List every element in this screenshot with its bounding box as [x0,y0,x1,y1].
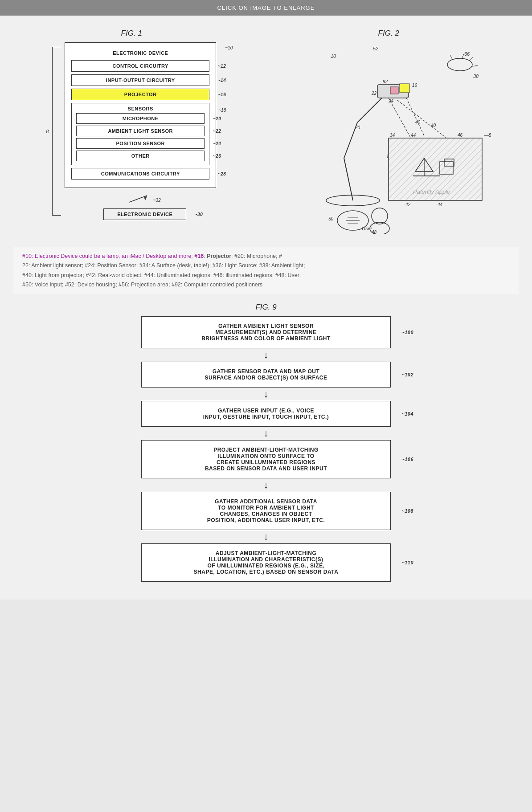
svg-text:42: 42 [405,202,411,207]
fig9-title: FIG. 9 [255,303,276,312]
figures-row: FIG. 1 8 ~10 ELECTRONIC DEVICE CONTROL C… [13,29,519,234]
flow-ref-102: ~102 [401,372,413,377]
input-output-box: INPUT-OUTPUT CIRCUITRY ~14 [71,74,209,86]
flow-box-104: GATHER USER INPUT (E.G., VOICEINPUT, GES… [141,401,391,427]
svg-line-9 [472,65,478,66]
flow-ref-100: ~100 [401,330,413,335]
control-circuitry-box: CONTROL CIRCUITRY ~12 [71,60,209,72]
svg-line-23 [389,98,411,138]
svg-text:38: 38 [473,73,479,79]
svg-text:User: User [362,226,373,231]
svg-text:44: 44 [438,202,443,207]
caption-text: #10: Electronic Device could be a lamp, … [22,253,305,288]
ref-20: ~20 [213,116,221,121]
svg-text:52: 52 [373,46,378,51]
svg-line-25 [397,100,446,138]
svg-line-12 [344,158,353,200]
ref-26: ~26 [213,154,221,159]
ref-14: ~14 [218,78,226,83]
ref-24: ~24 [213,141,221,146]
fig2-title: FIG. 2 [378,29,399,38]
flow-ref-108: ~108 [401,508,413,514]
svg-text:34: 34 [390,133,395,138]
flow-arrow-4: ↓ [264,480,269,490]
flow-ref-104: ~104 [401,411,413,416]
svg-point-48 [372,208,388,224]
fig1-bracket [52,47,61,216]
ref-12: ~12 [218,64,226,69]
svg-text:92: 92 [383,79,388,84]
flow-ref-106: ~106 [401,457,413,462]
fig1-bottom: ~32 ELECTRONIC DEVICE ~30 [74,193,216,220]
sensors-label: SENSORS [76,106,205,111]
fig1-container: FIG. 1 8 ~10 ELECTRONIC DEVICE CONTROL C… [13,29,250,234]
fig9-container: FIG. 9 GATHER AMBIENT LIGHT SENSORMEASUR… [13,303,519,582]
svg-text:46: 46 [458,133,463,138]
projector-box: PROJECTOR ~16 [71,89,209,100]
header-label: CLICK ON IMAGE TO ENLARGE [217,4,315,11]
flowchart: GATHER AMBIENT LIGHT SENSORMEASUREMENT(S… [141,316,391,582]
fig1-diagram: ~10 ELECTRONIC DEVICE CONTROL CIRCUITRY … [65,42,216,188]
arrow-svg [129,193,151,207]
svg-line-14 [357,96,384,122]
caption-ref16-bold: #16 [194,253,204,259]
caption-ref10: #10: Electronic Device could be a lamp, … [22,253,194,259]
caption-line2: 22: Ambient light sensor; #24: Position … [22,262,305,269]
electronic-device-label: ELECTRONIC DEVICE [71,48,209,58]
flow-arrow-5: ↓ [264,532,269,542]
svg-text:40: 40 [415,120,421,125]
svg-rect-17 [390,87,398,94]
flow-box-102: GATHER SENSOR DATA AND MAP OUTSURFACE AN… [141,362,391,388]
ref-30: ~30 [195,212,203,217]
fig1-arrow-area: ~32 [129,193,161,207]
svg-line-8 [469,57,473,61]
flow-ref-110: ~110 [401,560,413,565]
header-bar: CLICK ON IMAGE TO ENLARGE [0,0,532,16]
main-content: FIG. 1 8 ~10 ELECTRONIC DEVICE CONTROL C… [0,16,532,600]
position-sensor-box: POSITION SENSOR ~24 [76,138,205,149]
flow-arrow-2: ↓ [264,389,269,399]
flow-box-106: PROJECT AMBIENT-LIGHT-MATCHINGILLUMINATI… [141,440,391,478]
sensors-group: SENSORS ~18 MICROPHONE ~20 AMBIENT LIGHT… [71,103,209,165]
svg-line-24 [406,98,424,136]
svg-text:1: 1 [386,154,389,159]
svg-text:40: 40 [431,123,436,128]
svg-text:44: 44 [411,133,416,138]
caption-projector-label: : Projector; #20: Microphone; # [204,253,282,259]
ref-32: ~32 [153,198,161,203]
svg-text:22: 22 [371,91,377,96]
svg-text:20: 20 [355,125,360,130]
flow-arrow-1: ↓ [264,350,269,360]
communications-box: COMMUNICATIONS CIRCUITRY ~28 [71,168,209,180]
flow-box-110: ADJUST AMBIENT-LIGHT-MATCHINGILLUMINATIO… [141,543,391,582]
fig2-svg: 52 10 36 38 [286,42,491,234]
flow-box-100: GATHER AMBIENT LIGHT SENSORMEASUREMENT(S… [141,316,391,348]
svg-text:10: 10 [331,53,336,59]
flow-box-108: GATHER ADDITIONAL SENSOR DATATO MONITOR … [141,492,391,530]
ref-18: ~18 [218,108,226,113]
svg-text:16: 16 [412,83,417,88]
svg-point-6 [447,58,472,71]
ref-10: ~10 [225,45,233,50]
svg-line-10 [450,55,452,59]
svg-text:Patently Apple: Patently Apple [413,188,450,195]
svg-text:50: 50 [328,216,334,221]
caption-line4: #50: Voice input; #52: Device housing; #… [22,282,262,288]
flow-arrow-3: ↓ [264,428,269,438]
caption-area: #10: Electronic Device could be a lamp, … [13,247,519,294]
fig1-title: FIG. 1 [121,29,142,38]
fig2-diagram: 52 10 36 38 [286,42,491,234]
ref-28: ~28 [218,171,226,176]
svg-rect-16 [400,84,409,93]
svg-text:36: 36 [464,51,470,57]
svg-line-0 [129,196,147,202]
fig1-bracket-label: 8 [46,129,49,134]
elec-device-bottom-box: ELECTRONIC DEVICE ~30 [103,208,186,220]
ambient-light-box: AMBIENT LIGHT SENSOR ~22 [76,126,205,136]
svg-text:48: 48 [372,230,377,234]
caption-line3: #40: Light from projector; #42: Real-wor… [22,272,301,278]
other-box: OTHER ~26 [76,151,205,161]
svg-text:—56: —56 [484,133,491,138]
microphone-box: MICROPHONE ~20 [76,113,205,124]
ref-16: ~16 [218,92,226,97]
